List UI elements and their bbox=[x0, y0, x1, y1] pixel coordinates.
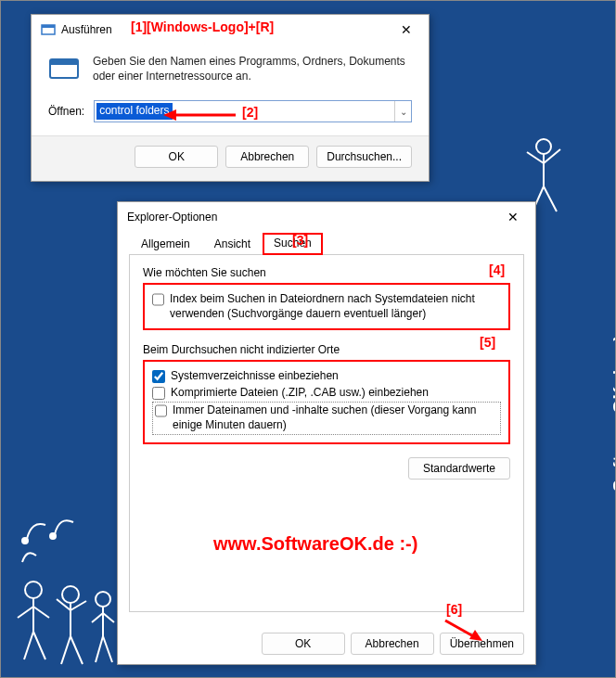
ok-button[interactable]: OK bbox=[135, 146, 218, 168]
arrow-icon-6 bbox=[442, 617, 488, 645]
chk-index-row[interactable]: Index beim Suchen in Dateiordnern nach S… bbox=[152, 292, 501, 321]
open-label: Öffnen: bbox=[48, 105, 84, 118]
run-desc: Geben Sie den Namen eines Programms, Ord… bbox=[93, 54, 412, 83]
svg-point-2 bbox=[50, 533, 56, 539]
run-big-icon bbox=[48, 56, 80, 82]
close-icon[interactable]: ✕ bbox=[500, 208, 526, 226]
chk-always-row[interactable]: Immer Dateinamen und -inhalte suchen (di… bbox=[152, 402, 501, 434]
svg-point-3 bbox=[25, 582, 42, 598]
opt-cancel-button[interactable]: Abbrechen bbox=[351, 633, 434, 655]
tab-content-search: Wie möchten Sie suchen Index beim Suchen… bbox=[129, 255, 524, 612]
explorer-options-dialog: Explorer-Optionen ✕ Allgemein Ansicht Su… bbox=[117, 201, 536, 665]
tab-search[interactable]: Suchen bbox=[263, 233, 323, 255]
svg-point-4 bbox=[62, 586, 79, 603]
watermark-center: www.SoftwareOK.de :-) bbox=[213, 533, 417, 555]
run-titlebar[interactable]: Ausführen ✕ bbox=[32, 15, 429, 45]
chk-compressed[interactable] bbox=[152, 387, 165, 400]
open-selection: control folders bbox=[96, 103, 172, 120]
chk-compressed-row[interactable]: Komprimierte Dateien (.ZIP, .CAB usw.) e… bbox=[152, 386, 501, 401]
svg-rect-9 bbox=[50, 59, 78, 65]
browse-button[interactable]: Durchsuchen... bbox=[316, 146, 412, 168]
opt-titlebar[interactable]: Explorer-Optionen ✕ bbox=[118, 202, 535, 232]
chk-compressed-label: Komprimierte Dateien (.ZIP, .CAB usw.) e… bbox=[171, 386, 429, 401]
group1-box: Index beim Suchen in Dateiordnern nach S… bbox=[143, 283, 510, 330]
chk-sysdirs-label: Systemverzeichnisse einbeziehen bbox=[171, 369, 339, 384]
defaults-button[interactable]: Standardwerte bbox=[408, 457, 510, 480]
svg-point-0 bbox=[536, 139, 551, 154]
chk-always[interactable] bbox=[155, 404, 167, 417]
chk-index[interactable] bbox=[152, 293, 164, 306]
chevron-down-icon[interactable]: ⌄ bbox=[394, 101, 411, 122]
group1-title: Wie möchten Sie suchen bbox=[143, 266, 510, 279]
run-title: Ausführen bbox=[61, 23, 112, 36]
tab-general[interactable]: Allgemein bbox=[129, 233, 202, 255]
chk-sysdirs[interactable] bbox=[152, 370, 165, 383]
opt-ok-button[interactable]: OK bbox=[262, 633, 345, 655]
chk-sysdirs-row[interactable]: Systemverzeichnisse einbeziehen bbox=[152, 369, 501, 384]
tab-bar: Allgemein Ansicht Suchen bbox=[129, 232, 524, 255]
run-icon bbox=[41, 23, 56, 36]
svg-point-5 bbox=[96, 592, 110, 607]
open-combo[interactable]: ⌄ control folders bbox=[94, 100, 412, 122]
run-dialog: Ausführen ✕ Geben Sie den Namen eines Pr… bbox=[31, 14, 430, 182]
chk-index-label: Index beim Suchen in Dateiordnern nach S… bbox=[170, 292, 501, 321]
close-icon[interactable]: ✕ bbox=[393, 20, 419, 39]
opt-title: Explorer-Optionen bbox=[127, 211, 217, 224]
tab-view[interactable]: Ansicht bbox=[202, 233, 263, 255]
group2-title: Beim Durchsuchen nicht indizierter Orte bbox=[143, 343, 510, 356]
cancel-button[interactable]: Abbrechen bbox=[225, 146, 309, 168]
watermark-side: www.SoftwareOK.de :-) bbox=[610, 335, 616, 539]
group2-box: Systemverzeichnisse einbeziehen Komprimi… bbox=[143, 360, 510, 443]
svg-marker-11 bbox=[163, 109, 176, 121]
chk-always-label: Immer Dateinamen und -inhalte suchen (di… bbox=[173, 403, 498, 432]
doodle-group bbox=[10, 571, 122, 673]
arrow-icon bbox=[163, 107, 237, 123]
svg-line-12 bbox=[445, 620, 475, 637]
doodle-notes bbox=[8, 483, 110, 585]
svg-point-1 bbox=[22, 538, 28, 544]
svg-rect-7 bbox=[42, 25, 55, 28]
